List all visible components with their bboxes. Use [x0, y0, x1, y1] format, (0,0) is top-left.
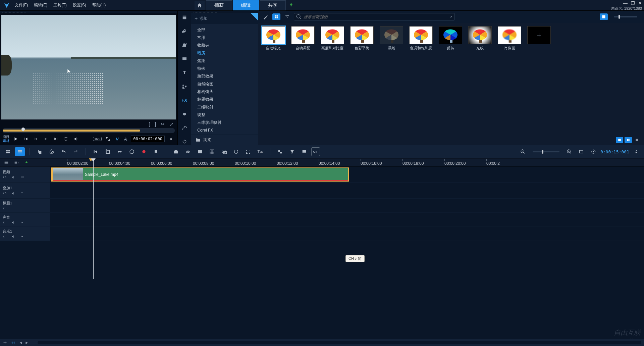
- cat-corelfx[interactable]: Corel FX: [191, 127, 258, 134]
- expand-icon[interactable]: ⤢: [169, 121, 173, 127]
- checker-icon[interactable]: [275, 147, 285, 156]
- va-v[interactable]: V: [116, 137, 119, 142]
- browse-label[interactable]: 浏览: [203, 137, 211, 143]
- preview-scrubber[interactable]: [3, 128, 175, 133]
- lib-text-icon[interactable]: [180, 69, 189, 76]
- menu-help[interactable]: 帮助(H): [92, 2, 106, 8]
- trim-in-icon[interactable]: [91, 147, 101, 156]
- cat-favorites[interactable]: 收藏夹: [191, 42, 258, 49]
- fit-icon[interactable]: [576, 147, 586, 156]
- gif-icon[interactable]: GIF: [311, 147, 320, 156]
- link-icon[interactable]: [3, 191, 7, 195]
- timeline-clip[interactable]: Sample_Lake.mp4: [51, 167, 349, 182]
- scroll-left-icon[interactable]: [9, 340, 17, 345]
- mute-icon[interactable]: [11, 191, 15, 195]
- circle-icon[interactable]: [231, 147, 241, 156]
- cat-3d[interactable]: 三维纹理映射: [191, 119, 258, 127]
- cat-common[interactable]: 常用: [191, 34, 258, 42]
- add-icon[interactable]: +: [195, 16, 198, 22]
- lib-title-ab-icon[interactable]: [180, 56, 189, 62]
- track-lane[interactable]: [50, 199, 644, 212]
- lib-motion-icon[interactable]: [180, 111, 189, 117]
- panel-blue-2-icon[interactable]: [625, 137, 632, 143]
- marker-icon[interactable]: [151, 147, 161, 156]
- add-label[interactable]: 添加: [200, 16, 208, 21]
- grid-icon[interactable]: [20, 191, 24, 195]
- lib-audio-icon[interactable]: [180, 28, 189, 34]
- cut-icon[interactable]: ✂: [161, 121, 165, 127]
- storyboard-view-icon[interactable]: [3, 147, 13, 156]
- cat-adjust[interactable]: 调整: [191, 111, 258, 119]
- grid-icon[interactable]: [20, 175, 24, 179]
- mode-tab-edit[interactable]: 编辑: [233, 0, 259, 10]
- upload-icon[interactable]: [288, 2, 294, 9]
- settings-icon[interactable]: [47, 147, 57, 156]
- window-close[interactable]: ✕: [638, 1, 642, 6]
- panel-grey-icon[interactable]: [633, 137, 641, 143]
- loop-button[interactable]: [62, 135, 70, 143]
- home-button[interactable]: [195, 1, 205, 10]
- panel-blue-1-icon[interactable]: [616, 137, 623, 143]
- cat-2d[interactable]: 二维映射: [191, 103, 258, 111]
- cat-focus[interactable]: 焦距: [191, 57, 258, 65]
- mute-icon[interactable]: [11, 220, 15, 225]
- grid-icon[interactable]: [207, 147, 217, 156]
- overlay-box-icon[interactable]: [219, 147, 229, 156]
- ruler-menu1-icon[interactable]: [3, 159, 10, 165]
- mode-tab-share[interactable]: 共享: [260, 0, 286, 10]
- fx-thumb[interactable]: 浮雕: [380, 26, 403, 51]
- menu-settings[interactable]: 设置(S): [73, 2, 86, 8]
- cat-camera[interactable]: 相机镜头: [191, 88, 258, 96]
- filter-icon[interactable]: [287, 147, 297, 156]
- cat-all[interactable]: 全部: [191, 26, 258, 34]
- link-icon[interactable]: [3, 175, 7, 179]
- timeline-ruler[interactable]: 00:00:02:00 00:00:04:00 00:00:06:00 00:0…: [50, 158, 644, 166]
- mode-tab-capture[interactable]: 捕获: [206, 0, 232, 10]
- fx-thumb[interactable]: 色彩平衡: [350, 26, 374, 51]
- stretch-icon[interactable]: [115, 147, 125, 156]
- wand-icon[interactable]: [262, 13, 270, 20]
- thumb-size-slider[interactable]: [614, 16, 637, 17]
- speed-icon[interactable]: [127, 147, 137, 156]
- zoom-slider[interactable]: [533, 151, 559, 152]
- fx-thumb[interactable]: 色调和饱和度: [409, 26, 433, 51]
- undo-icon[interactable]: [59, 147, 69, 156]
- step-fwd-button[interactable]: [42, 135, 50, 143]
- grid-view-icon[interactable]: [272, 13, 280, 20]
- fx-thumb[interactable]: 光线: [468, 26, 492, 51]
- chevron-down-icon[interactable]: [20, 235, 24, 239]
- ruler-up-icon[interactable]: [23, 159, 30, 165]
- browse-icon[interactable]: [195, 137, 201, 143]
- window-minimize[interactable]: —: [623, 1, 628, 6]
- step-back-button[interactable]: [32, 135, 40, 143]
- link-icon[interactable]: [3, 235, 7, 239]
- focus-icon[interactable]: [243, 147, 253, 156]
- mute-icon[interactable]: [11, 235, 15, 239]
- lib-overlay-icon[interactable]: [180, 83, 189, 90]
- lib-fx-icon[interactable]: FX: [180, 97, 189, 103]
- window-maximize[interactable]: ❐: [631, 1, 635, 6]
- cat-nature[interactable]: 自然绘图: [191, 80, 258, 88]
- mute-icon[interactable]: [11, 175, 15, 179]
- chevron-down-icon[interactable]: [20, 220, 24, 225]
- menu-tools[interactable]: 工具(T): [53, 2, 66, 8]
- cat-special[interactable]: 特殊: [191, 65, 258, 72]
- track-lane[interactable]: [50, 213, 644, 227]
- crop-icon[interactable]: [103, 147, 113, 156]
- go-start-button[interactable]: [22, 135, 30, 143]
- volume-button[interactable]: [72, 135, 80, 143]
- mark-out-icon[interactable]: ]: [155, 121, 156, 127]
- va-a[interactable]: A: [124, 137, 127, 142]
- redo-icon[interactable]: [71, 147, 81, 156]
- target-icon[interactable]: [588, 147, 598, 156]
- menu-file[interactable]: 文件(F): [15, 2, 28, 8]
- fx-thumb[interactable]: 自动曝光: [262, 26, 285, 51]
- ruler-menu2-icon[interactable]: [13, 159, 20, 165]
- signal-icon[interactable]: [283, 13, 291, 20]
- preview-timecode[interactable]: 00:00:02:000: [131, 136, 165, 142]
- horizontal-scrollbar[interactable]: [38, 341, 641, 344]
- preview-mode-label[interactable]: 项目 素材: [3, 135, 9, 143]
- timeline-view-icon[interactable]: [15, 147, 25, 156]
- t3d-icon[interactable]: T3D: [255, 147, 265, 156]
- subtitle-icon[interactable]: [195, 147, 205, 156]
